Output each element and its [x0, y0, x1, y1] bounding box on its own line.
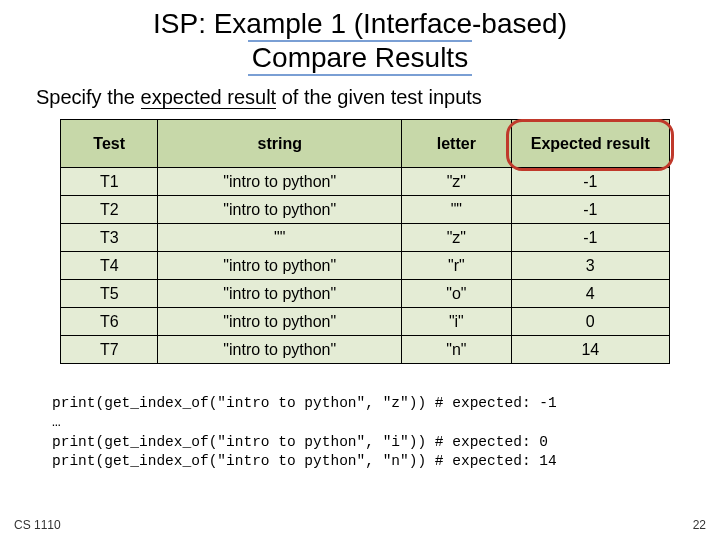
cell-test: T1	[61, 168, 158, 196]
slide-footer: CS 1110 22	[14, 518, 706, 532]
title-line-1: ISP: Example 1 (Interface-based)	[153, 8, 567, 40]
code-block: print(get_index_of("intro to python", "z…	[0, 370, 720, 472]
results-table-wrap: Test string letter Expected result T1 "i…	[60, 119, 670, 364]
cell-letter: "z"	[402, 168, 512, 196]
table-row: T4 "intro to python" "r" 3	[61, 252, 670, 280]
cell-letter: "i"	[402, 308, 512, 336]
cell-letter: "r"	[402, 252, 512, 280]
code-line: …	[52, 414, 61, 430]
subtitle-underline: expected result	[141, 86, 277, 109]
cell-expected: -1	[511, 224, 669, 252]
subtitle-suffix: of the given test inputs	[276, 86, 482, 108]
table-row: T6 "intro to python" "i" 0	[61, 308, 670, 336]
slide-title: ISP: Example 1 (Interface-based) Compare…	[0, 0, 720, 76]
cell-string: "intro to python"	[158, 280, 402, 308]
cell-expected: -1	[511, 196, 669, 224]
table-row: T3 "" "z" -1	[61, 224, 670, 252]
col-header-string: string	[158, 120, 402, 168]
cell-letter: "o"	[402, 280, 512, 308]
code-line: print(get_index_of("intro to python", "n…	[52, 453, 557, 469]
table-row: T5 "intro to python" "o" 4	[61, 280, 670, 308]
footer-course: CS 1110	[14, 518, 61, 532]
cell-test: T5	[61, 280, 158, 308]
cell-letter: "n"	[402, 336, 512, 364]
code-line: print(get_index_of("intro to python", "i…	[52, 434, 548, 450]
title-line-2: Compare Results	[248, 40, 472, 76]
table-body: T1 "intro to python" "z" -1 T2 "intro to…	[61, 168, 670, 364]
table-row: T2 "intro to python" "" -1	[61, 196, 670, 224]
results-table: Test string letter Expected result T1 "i…	[60, 119, 670, 364]
table-row: T7 "intro to python" "n" 14	[61, 336, 670, 364]
footer-page-number: 22	[693, 518, 706, 532]
code-line: print(get_index_of("intro to python", "z…	[52, 395, 557, 411]
cell-expected: -1	[511, 168, 669, 196]
cell-expected: 3	[511, 252, 669, 280]
cell-expected: 4	[511, 280, 669, 308]
cell-expected: 0	[511, 308, 669, 336]
cell-test: T7	[61, 336, 158, 364]
cell-test: T3	[61, 224, 158, 252]
cell-string: "intro to python"	[158, 168, 402, 196]
cell-test: T6	[61, 308, 158, 336]
col-header-test: Test	[61, 120, 158, 168]
cell-string: "intro to python"	[158, 252, 402, 280]
cell-string: ""	[158, 224, 402, 252]
subtitle-prefix: Specify the	[36, 86, 141, 108]
cell-string: "intro to python"	[158, 308, 402, 336]
cell-letter: "z"	[402, 224, 512, 252]
table-header-row: Test string letter Expected result	[61, 120, 670, 168]
cell-expected: 14	[511, 336, 669, 364]
col-header-expected: Expected result	[511, 120, 669, 168]
col-header-letter: letter	[402, 120, 512, 168]
table-row: T1 "intro to python" "z" -1	[61, 168, 670, 196]
cell-letter: ""	[402, 196, 512, 224]
subtitle: Specify the expected result of the given…	[0, 76, 720, 117]
cell-string: "intro to python"	[158, 336, 402, 364]
cell-test: T4	[61, 252, 158, 280]
cell-test: T2	[61, 196, 158, 224]
cell-string: "intro to python"	[158, 196, 402, 224]
